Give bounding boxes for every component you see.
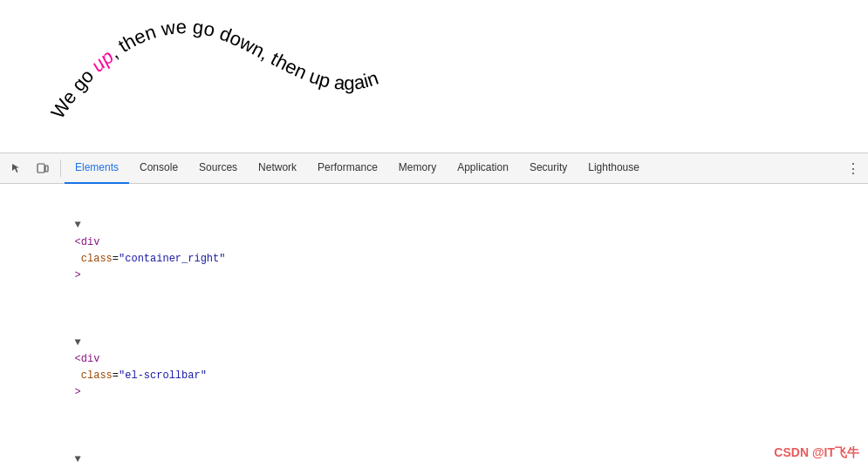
devtools-panel: Elements Console Sources Network Perform…	[0, 153, 868, 468]
tab-security[interactable]: Security	[519, 153, 578, 184]
watermark: CSDN @IT飞牛	[774, 445, 859, 461]
more-options-icon[interactable]: ⋮	[843, 160, 864, 177]
tab-network[interactable]: Network	[248, 153, 307, 184]
code-line: ▼ <div class="el-scrollbar" >	[0, 301, 868, 417]
tab-divider	[60, 159, 61, 177]
tab-performance[interactable]: Performance	[307, 153, 388, 184]
tab-elements[interactable]: Elements	[65, 153, 129, 184]
tab-lighthouse[interactable]: Lighthouse	[578, 153, 650, 184]
tab-sources[interactable]: Sources	[188, 153, 248, 184]
svg-rect-1	[38, 164, 44, 173]
svg-text:We go up, then we go down, the: We go up, then we go down, then up again	[46, 15, 381, 122]
svg-rect-2	[45, 166, 48, 172]
device-icon[interactable]	[31, 156, 55, 180]
tab-memory[interactable]: Memory	[388, 153, 447, 184]
elements-code-area[interactable]: ▼ <div class="container_right" > ▼ <div …	[0, 184, 868, 468]
devtools-tab-bar: Elements Console Sources Network Perform…	[0, 153, 868, 184]
code-line: ▼ <div class="el-scrollbar__wrap el-scro…	[0, 418, 868, 468]
preview-svg: We go up, then we go down, then up again	[17, 7, 471, 146]
code-line: ▼ <div class="container_right" >	[0, 184, 868, 301]
cursor-icon[interactable]	[4, 156, 29, 180]
tab-console[interactable]: Console	[129, 153, 188, 184]
svg-preview-area: We go up, then we go down, then up again	[0, 0, 868, 153]
tab-application[interactable]: Application	[447, 153, 519, 184]
